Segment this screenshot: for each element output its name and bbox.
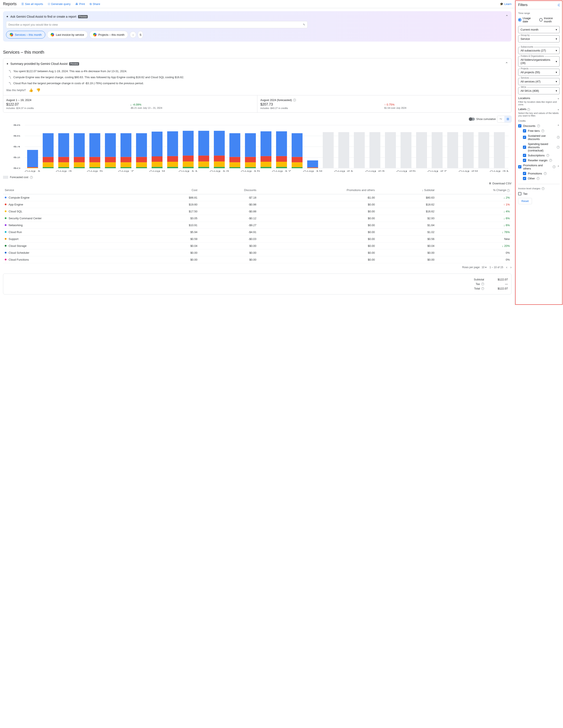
projects-select[interactable]: ProjectsAll projects (55)▾ bbox=[518, 69, 560, 76]
table-row[interactable]: Cloud Functions $0.00$0.00$0.00$0.00 0% bbox=[3, 256, 512, 263]
help-icon[interactable]: ? bbox=[537, 124, 540, 127]
tax-check[interactable]: Tax bbox=[518, 191, 560, 196]
learn-link[interactable]: 🎓 Learn bbox=[500, 2, 512, 6]
next-page-button[interactable]: › bbox=[510, 265, 512, 269]
share-link[interactable]: ⧉ Share bbox=[90, 2, 100, 6]
spending-check[interactable]: Spending based discounts (contractual) ? bbox=[518, 142, 560, 153]
sustained-check[interactable]: Sustained use discounts ? bbox=[518, 133, 560, 142]
svg-rect-37 bbox=[136, 167, 147, 168]
gemini-prompt-input[interactable]: Describe a report you would like to view… bbox=[6, 21, 308, 28]
table-header[interactable]: Discounts bbox=[199, 186, 258, 194]
svg-rect-63 bbox=[229, 157, 240, 162]
download-csv-link[interactable]: ⬇ Download CSV bbox=[3, 182, 512, 185]
usage-date-radio[interactable]: Usage date bbox=[518, 16, 535, 24]
svg-rect-22 bbox=[74, 162, 85, 167]
table-row[interactable]: App Engine $19.60-$0.98$0.00$18.62 ↑ 1% bbox=[3, 201, 512, 208]
chip-projects-this-month[interactable]: Projects – this month bbox=[89, 31, 128, 39]
table-row[interactable]: Cloud Run $5.94-$4.91$0.00$1.02 ↓ 76% bbox=[3, 229, 512, 235]
subscriptions-check[interactable]: Subscriptions ? bbox=[518, 153, 560, 158]
invoice-month-radio[interactable]: Invoice month bbox=[539, 16, 560, 24]
group-by-select[interactable]: Group byService▾ bbox=[518, 35, 560, 42]
prev-page-button[interactable]: ‹ bbox=[506, 265, 507, 269]
svg-rect-15 bbox=[43, 157, 54, 162]
help-icon[interactable]: ? bbox=[481, 287, 484, 290]
generate-query-link[interactable]: ⦾ Generate query bbox=[48, 2, 70, 6]
chevron-up-icon[interactable]: ⌃ bbox=[557, 124, 560, 128]
reseller-check[interactable]: Reseller margin ? bbox=[518, 158, 560, 163]
svg-text:$4: $4 bbox=[13, 146, 20, 148]
chevron-up-icon[interactable]: ⌃ bbox=[557, 165, 560, 168]
see-all-reports-link[interactable]: ☰ See all reports bbox=[21, 2, 43, 6]
help-icon[interactable]: ? bbox=[30, 176, 33, 179]
line-chart-button[interactable]: 〜 bbox=[497, 116, 504, 122]
free-tiers-check[interactable]: Free tiers ? bbox=[518, 128, 560, 133]
reset-button[interactable]: Reset bbox=[518, 198, 532, 204]
table-header[interactable]: Cost bbox=[154, 186, 199, 194]
help-icon[interactable]: ? bbox=[553, 165, 555, 168]
svg-text:Aug 23: Aug 23 bbox=[365, 170, 385, 172]
chip-services-this-month[interactable]: Services – this month bbox=[6, 31, 45, 39]
skus-select[interactable]: SKUsAll SKUs (408)▾ bbox=[518, 87, 560, 94]
help-icon[interactable]: ? bbox=[542, 187, 544, 190]
rows-per-page-select[interactable]: 10 ▾ bbox=[482, 266, 487, 269]
svg-rect-55 bbox=[198, 156, 209, 162]
labels-heading[interactable]: Labels ? bbox=[518, 107, 530, 111]
svg-rect-67 bbox=[245, 157, 256, 162]
promotions-others-check[interactable]: Promotions and others ?⌃ bbox=[518, 163, 560, 171]
help-icon[interactable]: ? bbox=[544, 172, 547, 175]
help-icon[interactable]: ? bbox=[549, 159, 552, 162]
chevron-down-icon: ▾ bbox=[556, 80, 557, 83]
svg-rect-50 bbox=[183, 162, 194, 167]
services-select[interactable]: ServicesAll services (47)▾ bbox=[518, 78, 560, 85]
table-header[interactable]: ↓ Subtotal bbox=[377, 186, 436, 194]
thumbs-up-icon[interactable]: 👍 bbox=[29, 88, 33, 92]
other-check[interactable]: Other ? bbox=[518, 176, 560, 181]
help-icon[interactable]: ? bbox=[557, 136, 560, 139]
svg-rect-92 bbox=[447, 132, 458, 168]
bar-chart-button[interactable]: ▥ bbox=[504, 116, 511, 122]
table-row[interactable]: Security Command Center $3.05-$0.12$0.00… bbox=[3, 215, 512, 222]
filters-panel: Filters›| Time range Usage date Invoice … bbox=[515, 0, 563, 305]
print-link[interactable]: 🖶 Print bbox=[75, 2, 85, 6]
chip-partial[interactable]: S bbox=[138, 31, 143, 39]
help-icon[interactable]: ? bbox=[527, 108, 530, 111]
preview-badge: Preview bbox=[69, 62, 79, 65]
subaccounts-select[interactable]: SubaccountsAll subaccounts (27)▾ bbox=[518, 47, 560, 54]
help-icon[interactable]: ? bbox=[293, 99, 296, 101]
svg-rect-46 bbox=[167, 162, 178, 167]
locations-heading[interactable]: Locations bbox=[518, 96, 530, 100]
table-row[interactable]: Networking $10.91-$9.27$0.00$1.64 ↓ 6% bbox=[3, 222, 512, 229]
table-row[interactable]: Cloud Storage $0.04$0.00$0.00$0.04 ↓ 20% bbox=[3, 242, 512, 249]
trend-icon: 〽 bbox=[8, 70, 11, 73]
table-header[interactable]: % Change ? bbox=[436, 186, 512, 194]
table-header[interactable]: Promotions and others bbox=[258, 186, 377, 194]
svg-rect-93 bbox=[463, 132, 474, 168]
thumbs-down-icon[interactable]: 👎 bbox=[36, 88, 40, 92]
svg-rect-74 bbox=[276, 162, 287, 167]
help-icon[interactable]: ? bbox=[557, 146, 560, 149]
help-icon[interactable]: ? bbox=[541, 129, 544, 132]
table-row[interactable]: Compute Engine $88.81-$7.18-$1.00$80.63 … bbox=[3, 194, 512, 201]
cost-chart: $0$2$4$6$8Aug 1Aug 3Aug 5Aug 7Aug 9Aug 1… bbox=[3, 124, 512, 174]
chevron-down-icon[interactable]: ⌄ bbox=[557, 96, 560, 100]
chip-last-invoice[interactable]: Last invoice by service bbox=[47, 31, 88, 39]
help-icon[interactable]: ? bbox=[481, 283, 484, 285]
table-row[interactable]: Cloud Scheduler $0.00$0.00$0.00$0.00 0% bbox=[3, 249, 512, 256]
svg-rect-75 bbox=[276, 156, 287, 162]
cumulative-toggle[interactable]: Show cumulative bbox=[469, 118, 496, 121]
collapse-icon[interactable]: ⌃ bbox=[505, 14, 508, 19]
table-header[interactable]: Service bbox=[3, 186, 154, 194]
collapse-icon[interactable]: ⌃ bbox=[505, 61, 508, 66]
table-row[interactable]: Cloud SQL $17.50-$0.88$0.00$16.62 ↓ 4% bbox=[3, 208, 512, 215]
promotions-check[interactable]: Promotions ? bbox=[518, 171, 560, 176]
help-icon[interactable]: ? bbox=[537, 177, 540, 180]
discounts-check[interactable]: Discounts ?⌃ bbox=[518, 123, 560, 128]
time-range-select[interactable]: Current month▾ bbox=[518, 26, 560, 33]
help-icon[interactable]: ? bbox=[546, 154, 549, 157]
chevron-down-icon[interactable]: ⌄ bbox=[557, 107, 560, 111]
folders-select[interactable]: Folders & OrganizationsAll folders/organ… bbox=[518, 56, 560, 67]
svg-rect-53 bbox=[198, 167, 209, 168]
expand-icon[interactable]: ›| bbox=[558, 3, 560, 7]
table-row[interactable]: Support $0.59-$0.03$0.00$0.56 New bbox=[3, 235, 512, 242]
chip-scroll-right[interactable]: › bbox=[130, 31, 136, 38]
